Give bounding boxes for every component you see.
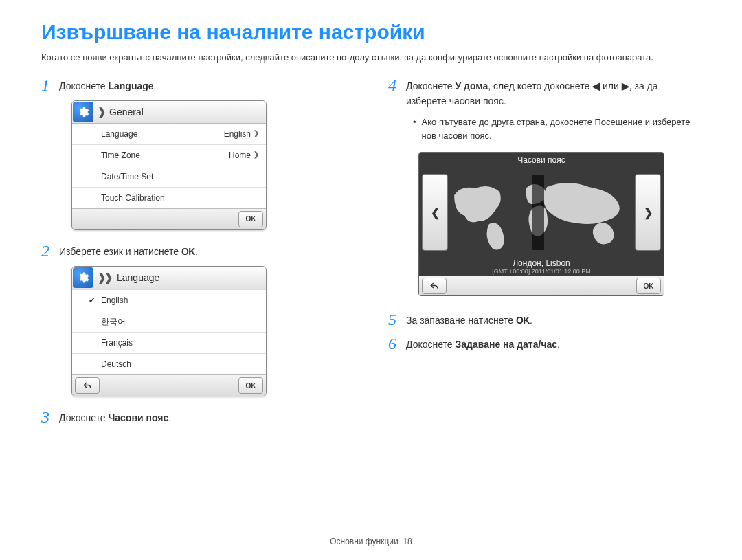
map-prev-button[interactable]: ❮ [422, 174, 448, 251]
step-1: 1 Докоснете Language. [41, 77, 354, 93]
language-option-french[interactable]: Français [72, 332, 266, 353]
step-5: 5 За запазване натиснете OK. [388, 311, 701, 328]
chevron-right-icon: ❯ [644, 206, 653, 219]
back-button[interactable] [75, 377, 100, 394]
back-icon [82, 381, 92, 390]
menu-header: General [109, 107, 144, 117]
map-title: Часови пояс [419, 153, 664, 168]
bullet-icon: • [413, 115, 416, 142]
language-option-german[interactable]: Deutsch [72, 353, 266, 374]
language-option-korean[interactable]: 한국어 [72, 311, 266, 332]
step-number: 1 [41, 77, 59, 93]
step-number: 4 [388, 77, 406, 109]
menu-row-timezone[interactable]: Time Zone Home❯ [72, 144, 266, 166]
chevron-right-icon: ❯ [254, 129, 259, 137]
device-general-menu: ❱ General Language English❯ Time Zone Ho… [71, 100, 267, 230]
timezone-city: Лондон, Lisbon [419, 258, 664, 268]
step-text: Изберете език и натиснете [59, 246, 181, 257]
page-footer: Основни функции 18 [0, 537, 742, 546]
arrow-right-icon: ▶ [622, 80, 629, 91]
chevron-left-icon: ❮ [431, 206, 440, 219]
step-4: 4 Докоснете У дома, след което докоснете… [388, 77, 701, 109]
world-map [451, 175, 632, 250]
step-bold: Language [108, 80, 153, 91]
selected-timezone-band [532, 175, 544, 250]
step-2: 2 Изберете език и натиснете OK. [41, 243, 354, 259]
double-chevron-right-icon: ❱❱ [98, 271, 111, 284]
step-number: 3 [41, 409, 59, 425]
ok-icon: OK [181, 246, 195, 257]
ok-button[interactable]: OK [636, 278, 661, 294]
step-text: Докоснете [59, 412, 108, 423]
menu-header: Language [117, 272, 159, 283]
step-number: 5 [388, 311, 406, 328]
step-text: За запазване натиснете [406, 315, 516, 326]
step-number: 2 [41, 243, 59, 259]
menu-row-touch-calibration[interactable]: Touch Calibration [72, 187, 266, 208]
arrow-left-icon: ◀ [592, 80, 600, 91]
chevron-right-icon: ❱ [98, 106, 106, 118]
gear-icon [73, 267, 93, 288]
gear-icon [73, 102, 93, 122]
ok-icon: OK [516, 315, 530, 326]
step-bold: Задаване на дата/час [455, 339, 557, 350]
language-option-english[interactable]: ✔ English [72, 289, 266, 311]
back-button[interactable] [422, 278, 447, 294]
intro-text: Когато се появи екранът с началните наст… [41, 51, 701, 65]
menu-row-datetime[interactable]: Date/Time Set [72, 166, 266, 187]
step-bold: Часови пояс [108, 412, 168, 423]
ok-button[interactable]: OK [238, 377, 263, 394]
chevron-right-icon: ❯ [254, 150, 259, 158]
map-next-button[interactable]: ❯ [635, 174, 661, 251]
check-icon: ✔ [89, 296, 98, 305]
step-text: Докоснете [406, 339, 455, 350]
back-icon [429, 281, 439, 291]
step-3: 3 Докоснете Часови пояс. [41, 409, 354, 425]
device-timezone-map: Часови пояс ❮ [418, 152, 664, 296]
device-language-menu: ❱❱ Language ✔ English 한국어 Français [71, 266, 267, 396]
step-number: 6 [388, 335, 406, 352]
timezone-gmt: [GMT +00:00] 2011/01/01 12:00 PM [419, 268, 664, 275]
menu-row-language[interactable]: Language English❯ [72, 124, 266, 144]
step-text: Докоснете [59, 80, 108, 91]
step-4-note: • Ако пътувате до друга страна, докоснет… [413, 115, 701, 142]
page-title: Извършване на началните настройки [41, 21, 701, 44]
step-6: 6 Докоснете Задаване на дата/час. [388, 335, 701, 352]
ok-button[interactable]: OK [238, 211, 263, 227]
